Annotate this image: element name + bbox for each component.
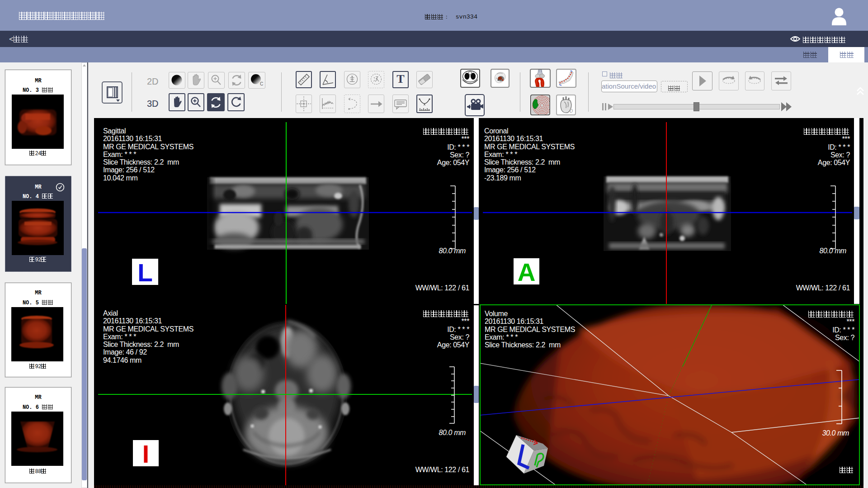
svg-text:D: D [570, 109, 573, 114]
svg-text:C: C [260, 81, 263, 86]
